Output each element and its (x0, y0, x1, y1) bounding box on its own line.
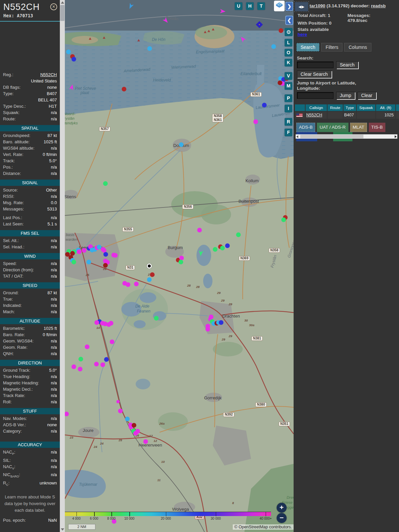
panel-toggle-button[interactable]: ◀▶ (295, 2, 309, 12)
aircraft-dot[interactable] (271, 44, 276, 49)
aircraft-dot[interactable] (179, 260, 183, 264)
table-horizontal-scrollbar[interactable] (296, 134, 397, 139)
aircraft-dot[interactable] (110, 339, 114, 344)
scroll-up-icon[interactable] (61, 1, 64, 4)
column-header-Type[interactable]: Type (343, 104, 356, 111)
map-button-I[interactable]: I (285, 105, 292, 112)
map-button-O[interactable]: O (285, 49, 292, 57)
map-button-K[interactable]: K (285, 59, 292, 66)
scrollbar-thumb[interactable] (60, 5, 65, 21)
aircraft-dot[interactable] (150, 272, 155, 277)
aircraft-dot[interactable] (205, 327, 210, 332)
map-button-R[interactable]: R (285, 118, 292, 126)
aircraft-dot[interactable] (78, 357, 83, 361)
aircraft-dot[interactable] (71, 364, 76, 369)
filter-chip-mlat[interactable]: MLAT (350, 123, 367, 132)
search-button[interactable]: Search (336, 61, 358, 68)
map-button-P[interactable]: P (285, 94, 292, 102)
aircraft-dot[interactable] (118, 409, 123, 413)
tab-search[interactable]: Search (296, 43, 320, 52)
map-button-L[interactable]: L (285, 39, 292, 47)
column-header-Callsign[interactable]: Callsign (306, 104, 327, 111)
filter-chip-uat-ads-r[interactable]: UAT / ADS-R (317, 123, 348, 132)
registration-link[interactable]: N552CH (13, 71, 57, 78)
aircraft-dot[interactable] (122, 87, 126, 91)
aircraft-dot[interactable] (154, 316, 159, 321)
readsb-link[interactable]: readsb (371, 3, 386, 8)
map-button-U[interactable]: U (235, 2, 242, 10)
map-button-M[interactable]: M (285, 82, 292, 90)
aircraft-dot[interactable] (132, 423, 136, 428)
aircraft-dot[interactable] (179, 142, 184, 147)
map-button-H[interactable]: H (246, 2, 254, 10)
sidebar-scrollbar[interactable] (60, 0, 65, 532)
sidebar-expand-button[interactable]: ❯ (285, 2, 293, 11)
tab-filters[interactable]: Filters (321, 43, 342, 52)
aircraft-dot[interactable] (278, 80, 282, 85)
column-header-Route[interactable]: Route (328, 104, 343, 111)
hscrollbar-thumb[interactable] (300, 135, 363, 138)
aircraft-dot[interactable] (262, 103, 267, 107)
map-button-T[interactable]: T (257, 2, 265, 10)
aircraft-dot[interactable] (71, 57, 76, 62)
column-header-Squawk[interactable]: Squawk (357, 104, 375, 111)
aircraft-dot[interactable] (77, 249, 81, 254)
filter-chip-ads-b[interactable]: ADS-B (296, 123, 315, 132)
aircraft-dot[interactable] (86, 260, 91, 264)
sidebar-collapse-button[interactable]: ❮ (285, 16, 293, 25)
aircraft-dot[interactable] (71, 260, 76, 264)
column-header-Spd.[interactable]: Spd. (396, 104, 399, 111)
map-button-F[interactable]: F (285, 129, 292, 136)
selected-aircraft-marker[interactable] (147, 264, 152, 269)
table-row[interactable]: N552CHB4071025 (295, 112, 399, 119)
aircraft-dot[interactable] (103, 263, 108, 268)
aircraft-dot[interactable] (113, 253, 118, 258)
aircraft-dot[interactable] (147, 46, 152, 51)
aircraft-dot[interactable] (281, 217, 286, 222)
aircraft-dot[interactable] (116, 400, 120, 403)
callsign-link[interactable]: N552CH (306, 113, 322, 117)
zoom-out-button[interactable]: − (277, 513, 287, 523)
map-button-V[interactable]: V (285, 72, 292, 80)
aircraft-dot[interactable] (66, 50, 71, 54)
jump-button[interactable]: Jump (336, 92, 355, 99)
column-header-flag[interactable] (295, 104, 305, 111)
aircraft-dot[interactable] (126, 282, 130, 287)
aircraft-dot[interactable] (103, 181, 108, 186)
map[interactable]: StiensLeeuwardenDokkumKollumBuitenpostBu… (65, 0, 294, 532)
aircraft-dot[interactable] (109, 321, 113, 326)
aircraft-dot[interactable] (125, 417, 130, 421)
search-input[interactable] (297, 62, 333, 68)
scroll-left-icon[interactable] (296, 135, 298, 138)
aircraft-dot[interactable] (213, 247, 217, 252)
close-icon[interactable]: ✕ (50, 3, 57, 10)
aircraft-dot[interactable] (103, 252, 108, 257)
aircraft-dot[interactable] (147, 277, 152, 282)
aircraft-dot[interactable] (279, 28, 283, 33)
aircraft-dot[interactable] (82, 248, 86, 253)
callsign-cell[interactable]: N552CH (306, 112, 327, 119)
zoom-in-button[interactable]: + (277, 503, 287, 513)
aircraft-dot[interactable] (94, 320, 99, 325)
aircraft-dot[interactable] (94, 362, 99, 366)
filter-chip-tis-b[interactable]: TIS-B (369, 123, 386, 132)
aircraft-dot[interactable] (253, 119, 258, 124)
aircraft-dot[interactable] (225, 243, 230, 248)
jump-clear-button[interactable]: Clear (357, 92, 376, 99)
clear-search-button[interactable]: Clear Search (297, 70, 332, 78)
aircraft-dot[interactable] (100, 362, 105, 367)
aircraft-dot[interactable] (134, 282, 139, 286)
aircraft-dot[interactable] (197, 228, 202, 232)
aircraft-dot[interactable] (220, 246, 225, 250)
column-header-Alt. (ft)[interactable]: Alt. (ft) (376, 104, 395, 111)
jump-input[interactable] (297, 92, 333, 99)
aircraft-dot[interactable] (78, 367, 82, 371)
aircraft-dot[interactable] (143, 439, 148, 444)
tab-columns[interactable]: Columns (344, 43, 371, 52)
aircraft-dot[interactable] (219, 320, 223, 325)
aircraft-dot[interactable] (104, 357, 109, 362)
aircraft-dot[interactable] (85, 344, 89, 349)
aircraft-dot[interactable] (236, 232, 241, 237)
aircraft-dot[interactable] (133, 431, 138, 436)
settings-button[interactable]: ⚙ (285, 28, 293, 36)
